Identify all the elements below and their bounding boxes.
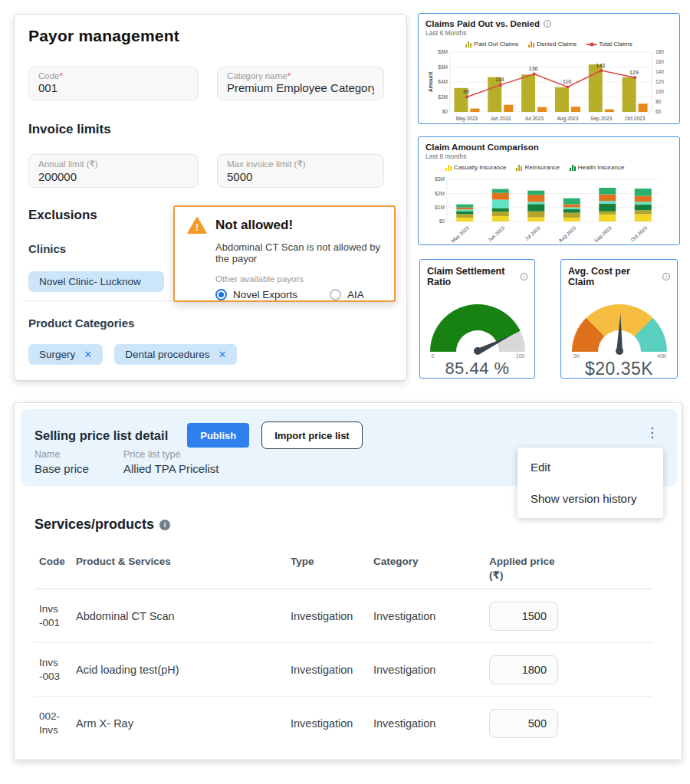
cell-code: Invs -003 (39, 656, 76, 684)
gauge-max-label: 40K (657, 353, 666, 359)
payor-options: Novel Exports AIA (215, 289, 382, 300)
svg-text:May 2023: May 2023 (450, 225, 471, 244)
table-header-row: Code Product & Services Type Category Ap… (34, 555, 652, 589)
code-label: Code* (38, 71, 189, 80)
radio-label: AIA (347, 289, 364, 300)
radio-aia[interactable]: AIA (330, 289, 364, 300)
legend-bars-icon (516, 165, 522, 171)
svg-text:Jun 2023: Jun 2023 (490, 116, 511, 121)
legend-label: Paid Out Claims (474, 41, 518, 48)
applied-price-input[interactable] (489, 602, 558, 631)
claims-paid-vs-denied-card: Claims Paid Out vs. Deniedi Last 6 Month… (418, 13, 680, 124)
radio-selected-icon[interactable] (215, 289, 227, 300)
col-header-type: Type (291, 555, 373, 569)
chip-close-icon[interactable]: ✕ (219, 349, 227, 360)
svg-text:90: 90 (463, 88, 469, 95)
col-header-product: Product & Services (76, 555, 291, 569)
gauge-min-label: 0 (432, 353, 435, 359)
legend-bars-icon (445, 165, 452, 171)
gauge-max-label: 100 (516, 353, 525, 359)
chart2-title: Claim Amount Comparison (426, 143, 672, 152)
col-header-code: Code (39, 555, 76, 569)
svg-text:120: 120 (656, 79, 664, 84)
chart1-subtitle: Last 6 Months (426, 29, 672, 37)
max-invoice-limit-label: Max invoice limit (₹) (227, 159, 374, 169)
cell-category: Investigation (373, 664, 489, 676)
cell-category: Investigation (373, 610, 489, 622)
radio-novel-exports[interactable]: Novel Exports (215, 289, 297, 300)
import-price-list-button[interactable]: Import price list (261, 422, 363, 449)
chart1-plot: $0$2M$4M$6M$8M6080100120140160180AmountM… (426, 48, 672, 123)
svg-text:Sep 2023: Sep 2023 (590, 116, 612, 122)
legend-item: Total Claims (586, 41, 632, 48)
payor-management-panel: Payor management Code* 001 Category name… (14, 14, 407, 381)
radio-label: Novel Exports (233, 289, 297, 300)
popup-other-payors-label: Other available payors (215, 274, 382, 284)
gauge1: 0 100 (430, 304, 525, 352)
clinic-chip[interactable]: Novel Clinic- Lucknow (28, 271, 164, 292)
code-field[interactable]: Code* 001 (28, 67, 199, 100)
gauge-needle (616, 313, 623, 352)
exclusions-heading: Exclusions (28, 208, 97, 223)
chart2-subtitle: Last 6 months (426, 153, 672, 160)
invoice-limits-heading: Invoice limits (28, 122, 111, 137)
cell-type: Investigation (291, 610, 373, 622)
legend-bars-icon (570, 165, 576, 171)
gauge2-title: Avg. Cost per Claimi (568, 266, 670, 287)
name-value: Base price (34, 462, 123, 475)
svg-text:160: 160 (656, 59, 664, 64)
svg-text:$8M: $8M (438, 49, 448, 54)
chip-close-icon[interactable]: ✕ (84, 349, 92, 360)
svg-text:$2M: $2M (438, 94, 448, 100)
claim-settlement-ratio-card: Claim Settlement Ratioi 0 100 85.44 % (419, 259, 535, 379)
svg-text:Aug 2023: Aug 2023 (557, 116, 578, 122)
menu-item-show-version-history[interactable]: Show version history (518, 483, 663, 514)
applied-price-input[interactable] (489, 655, 558, 684)
info-icon[interactable]: i (521, 273, 527, 280)
legend-item: ReInsurance (516, 164, 559, 171)
product-categories-heading: Product Categories (28, 317, 134, 330)
payor-title: Payor management (28, 27, 179, 45)
chip-surgery[interactable]: Surgery ✕ (28, 344, 103, 365)
required-asterisk: * (60, 71, 63, 80)
info-icon[interactable]: i (662, 273, 670, 280)
menu-item-edit[interactable]: Edit (518, 451, 663, 483)
svg-text:114: 114 (495, 76, 504, 83)
avg-cost-per-claim-card: Avg. Cost per Claimi 0K 40K $20.35K (560, 259, 678, 379)
svg-text:Jul 2023: Jul 2023 (524, 225, 541, 241)
chart2-legend: Casualty InsuranceReInsuranceHealth Insu… (426, 164, 672, 175)
category-name-label: Category name* (227, 71, 374, 80)
kebab-menu-icon[interactable]: ⋮ (646, 426, 659, 439)
svg-text:Jul 2023: Jul 2023 (524, 116, 544, 121)
info-icon[interactable]: i (159, 520, 170, 530)
svg-text:180: 180 (656, 49, 664, 54)
svg-text:$1M: $1M (435, 205, 445, 210)
gauge1-title: Claim Settlement Ratioi (427, 266, 527, 287)
radio-unselected-icon[interactable] (330, 289, 341, 300)
svg-text:May 2023: May 2023 (456, 116, 478, 122)
legend-label: Total Claims (599, 41, 632, 48)
info-icon[interactable]: i (544, 20, 551, 28)
chip-dental-procedures[interactable]: Dental procedures ✕ (114, 344, 237, 365)
gauge2: 0K 40K (572, 304, 667, 352)
price-list-type-label: Price list type (123, 449, 219, 460)
chart2-plot: $0$1M$2M$3MMay 2023Jun 2023Jul 2023Aug 2… (426, 175, 672, 246)
price-list-type-value: Allied TPA Pricelist (123, 462, 219, 475)
claim-amount-comparison-card: Claim Amount Comparison Last 6 months Ca… (418, 136, 680, 245)
annual-limit-field[interactable]: Annual limit (₹) 200000 (28, 154, 199, 188)
legend-label: Denied Claims (537, 41, 577, 48)
publish-button[interactable]: Publish (187, 423, 249, 448)
max-invoice-limit-field[interactable]: Max invoice limit (₹) 5000 (217, 154, 384, 188)
applied-price-input[interactable] (489, 709, 558, 738)
price-list-title: Selling price list detail (34, 428, 168, 443)
chart1-legend: Paid Out ClaimsDenied ClaimsTotal Claims (426, 41, 672, 48)
svg-text:80: 80 (656, 99, 662, 104)
gauge-hub (474, 347, 481, 355)
svg-text:$0: $0 (439, 218, 445, 224)
code-value: 001 (38, 81, 189, 94)
annual-limit-label: Annual limit (₹) (38, 159, 189, 169)
gauge-min-label: 0K (573, 353, 580, 359)
category-name-field[interactable]: Category name* Premium Employee Category (217, 67, 384, 100)
svg-text:$0: $0 (442, 109, 449, 114)
max-invoice-limit-value: 5000 (227, 170, 374, 183)
